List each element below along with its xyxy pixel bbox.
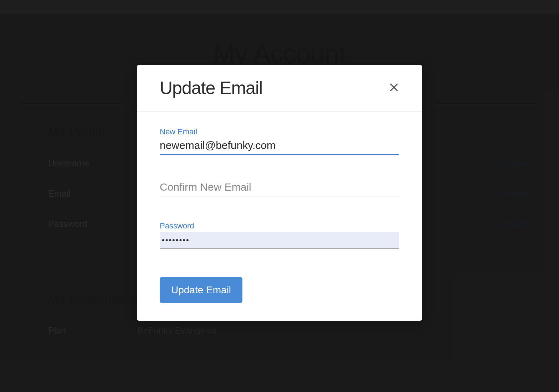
modal-header: Update Email — [137, 65, 422, 112]
close-icon — [389, 82, 399, 93]
close-button[interactable] — [387, 81, 401, 96]
top-bar — [0, 0, 559, 14]
new-email-label: New Email — [160, 127, 399, 136]
confirm-email-group — [160, 180, 399, 196]
update-email-button[interactable]: Update Email — [160, 277, 242, 303]
confirm-email-input[interactable] — [160, 180, 399, 196]
password-field-label: Password — [160, 221, 399, 231]
password-group: Password — [160, 221, 399, 249]
update-email-modal: Update Email New Email Password Update E… — [137, 65, 422, 321]
new-email-group: New Email — [160, 127, 399, 155]
new-email-input[interactable] — [160, 138, 399, 155]
password-input[interactable] — [160, 232, 399, 249]
modal-body: New Email Password Update Email — [137, 112, 422, 321]
modal-title: Update Email — [160, 78, 262, 98]
